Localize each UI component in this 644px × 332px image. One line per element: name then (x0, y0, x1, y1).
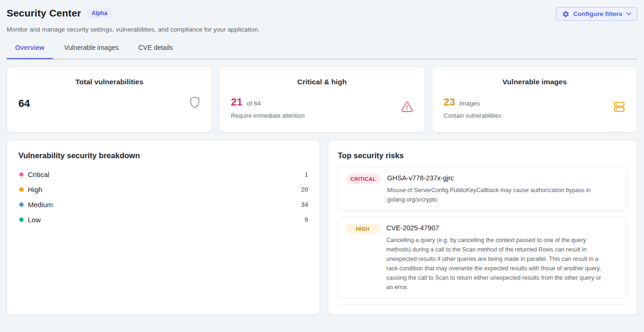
severity-badge: HIGH (346, 224, 380, 234)
vulnerable-images-suffix: images (459, 100, 480, 107)
page-title: Security Center (7, 8, 81, 19)
tab-cve-details[interactable]: CVE details (130, 42, 181, 59)
security-center-page: Security Center Alpha Configure filters … (0, 0, 644, 332)
severity-badge: CRITICAL (346, 174, 381, 184)
breakdown-title: Vulnerability security breakdown (18, 150, 308, 161)
alpha-badge: Alpha (87, 8, 111, 18)
configure-filters-button[interactable]: Configure filters (556, 7, 637, 21)
top-security-risks-card: Top security risks CRITICAL GHSA-v778-23… (328, 140, 637, 315)
risk-item-cve-2025-9086[interactable]: HIGH CVE-2025-9086 (338, 304, 628, 309)
gear-icon (562, 10, 570, 18)
server-stack-icon (613, 100, 626, 115)
stat-card-vulnerable-images: Vulnerable images 23 images Contain vuln… (432, 66, 637, 132)
risk-id: CVE-2025-47907 (386, 223, 605, 233)
breakdown-label: Low (28, 216, 41, 224)
risk-item-cve-2025-47907[interactable]: HIGH CVE-2025-47907 Cancelling a query (… (338, 217, 628, 299)
total-vulnerabilities-value: 64 (18, 97, 30, 110)
breakdown-label: Medium (28, 201, 53, 209)
stat-title: Vulnerable images (444, 78, 626, 86)
risks-list: CRITICAL GHSA-v778-237x-gjrc Misuse of S… (338, 161, 628, 309)
breakdown-value: 1 (304, 171, 308, 178)
breakdown-label: High (28, 186, 42, 194)
tab-overview[interactable]: Overview (7, 42, 53, 59)
low-dot (19, 218, 24, 222)
page-subtitle: Monitor and manage security settings, vu… (7, 26, 637, 33)
stat-card-total-vulnerabilities: Total vulnerabilities 64 (7, 66, 212, 132)
critical-high-caption: Require immediate attention (231, 113, 304, 119)
stats-row: Total vulnerabilities 64 Critical & high… (7, 66, 637, 132)
stat-title: Critical & high (231, 78, 413, 86)
stat-title: Total vulnerabilities (18, 78, 200, 86)
configure-filters-label: Configure filters (573, 10, 622, 17)
risks-title: Top security risks (338, 150, 628, 161)
vulnerable-images-value: 23 (444, 96, 455, 108)
breakdown-value: 34 (301, 201, 308, 208)
risk-id: GHSA-v778-237x-gjrc (387, 173, 606, 183)
critical-dot (19, 172, 24, 177)
warning-triangle-icon (401, 101, 413, 114)
chevron-down-icon (626, 12, 631, 16)
breakdown-value: 20 (301, 186, 308, 193)
shield-icon (189, 96, 200, 111)
breakdown-row-critical: Critical 1 (18, 167, 308, 182)
high-dot (19, 187, 24, 192)
breakdown-label: Critical (28, 170, 49, 178)
tab-vulnerable-images[interactable]: Vulnerable images (56, 42, 127, 59)
risk-description: Misuse of ServerConfig.PublicKeyCallback… (387, 186, 606, 204)
vulnerable-images-caption: Contain vulnerabilities (444, 113, 501, 119)
breakdown-row-low: Low 9 (18, 212, 308, 227)
breakdown-row-medium: Medium 34 (18, 197, 308, 212)
critical-high-suffix: of 64 (247, 100, 261, 107)
breakdown-card: Vulnerability security breakdown Critica… (7, 140, 320, 315)
critical-high-value: 21 (231, 96, 242, 108)
risk-item-ghsa-v778-237x-gjrc[interactable]: CRITICAL GHSA-v778-237x-gjrc Misuse of S… (338, 167, 628, 211)
medium-dot (19, 202, 24, 207)
tab-bar: Overview Vulnerable images CVE details (7, 42, 637, 59)
risk-description: Cancelling a query (e.g. by cancelling t… (386, 235, 605, 292)
bottom-row: Vulnerability security breakdown Critica… (7, 140, 637, 315)
breakdown-row-high: High 20 (18, 182, 308, 197)
stat-card-critical-high: Critical & high 21 of 64 Require immedia… (219, 66, 424, 132)
breakdown-value: 9 (304, 216, 308, 223)
page-header: Security Center Alpha Configure filters … (7, 0, 637, 59)
